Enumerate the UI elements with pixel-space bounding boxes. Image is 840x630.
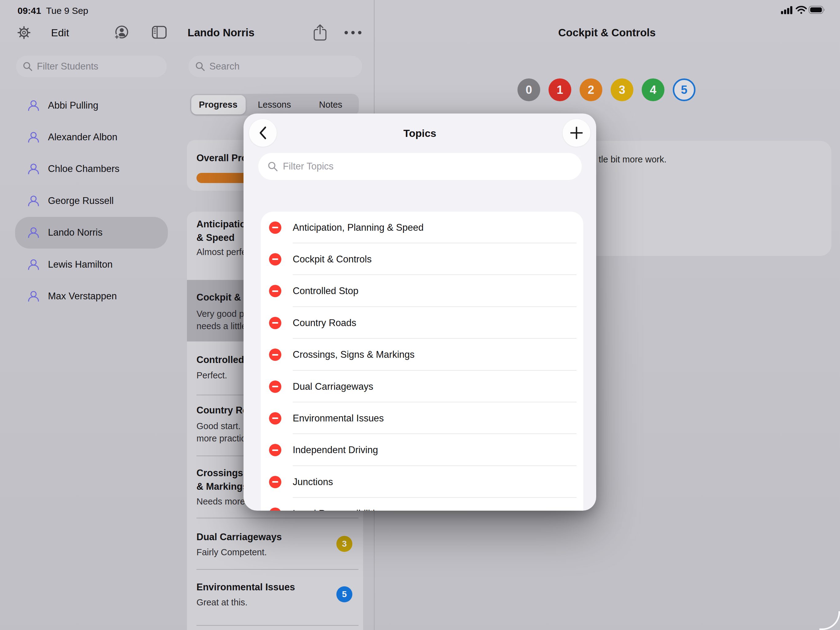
modal-topic-row[interactable]: Crossings, Signs & Markings: [261, 339, 583, 371]
score-picker: 012345: [518, 78, 695, 101]
student-name: Lewis Hamilton: [48, 259, 112, 270]
modal-topic-row[interactable]: Independent Driving: [261, 434, 583, 466]
score-button-4[interactable]: 4: [642, 78, 665, 101]
modal-topic-label: Cockpit & Controls: [293, 254, 372, 265]
modal-topic-row[interactable]: Cockpit & Controls: [261, 243, 583, 275]
person-icon: [27, 99, 40, 112]
topic-cell[interactable]: [187, 574, 363, 578]
list-divider: [196, 518, 358, 518]
person-icon: [27, 258, 40, 271]
remove-topic-button[interactable]: [269, 348, 281, 361]
search-icon: [267, 161, 278, 172]
modal-topic-row[interactable]: Junctions: [261, 466, 583, 498]
status-date: Tue 9 Sep: [46, 6, 88, 16]
minus-icon: [272, 227, 278, 228]
remove-topic-button[interactable]: [269, 285, 281, 297]
edit-button[interactable]: Edit: [51, 27, 69, 39]
student-row[interactable]: Lewis Hamilton: [15, 249, 168, 280]
person-icon: [27, 130, 40, 144]
modal-topic-row[interactable]: Controlled Stop: [261, 275, 583, 307]
remove-topic-button[interactable]: [269, 253, 281, 266]
modal-title: Topics: [243, 127, 596, 139]
add-topic-button[interactable]: [563, 119, 591, 147]
score-button-1[interactable]: 1: [548, 78, 571, 101]
minus-icon: [272, 481, 278, 483]
student-name: Chloe Chambers: [48, 163, 120, 174]
score-button-3[interactable]: 3: [611, 78, 633, 101]
student-search-placeholder: Search: [209, 61, 240, 72]
topic-cell-note: Fairly Competent.: [196, 546, 267, 558]
modal-topic-label: Controlled Stop: [293, 285, 358, 296]
minus-icon: [272, 450, 278, 451]
add-student-icon[interactable]: [113, 25, 129, 41]
student-search-input[interactable]: Search: [188, 56, 362, 77]
tab-progress[interactable]: Progress: [190, 94, 246, 116]
modal-topic-label: Legal Responsibilities: [293, 508, 385, 511]
topic-note-text: tle bit more work.: [598, 154, 666, 165]
modal-topic-label: Environmental Issues: [293, 413, 384, 424]
share-icon[interactable]: [313, 24, 327, 41]
filter-students-input[interactable]: Filter Students: [16, 56, 167, 77]
sidebar-toggle-icon[interactable]: [152, 26, 167, 40]
minus-icon: [272, 418, 278, 419]
filter-topics-input[interactable]: Filter Topics: [258, 153, 582, 180]
modal-topic-row[interactable]: Anticipation, Planning & Speed: [261, 212, 583, 243]
modal-topic-row[interactable]: Dual Carriageways: [261, 371, 583, 402]
student-row[interactable]: Lando Norris: [15, 217, 168, 249]
student-title: Lando Norris: [188, 27, 254, 39]
modal-topic-label: Country Roads: [293, 317, 356, 329]
more-ellipsis-icon[interactable]: [344, 30, 362, 35]
settings-gear-icon[interactable]: [17, 25, 32, 40]
remove-topic-button[interactable]: [269, 412, 281, 424]
remove-topic-button[interactable]: [269, 444, 281, 456]
minus-icon: [272, 322, 278, 324]
remove-topic-button[interactable]: [269, 508, 281, 511]
modal-topic-label: Anticipation, Planning & Speed: [293, 222, 424, 233]
student-row[interactable]: George Russell: [15, 185, 168, 217]
cellular-icon: [781, 6, 793, 14]
modal-topic-row[interactable]: Country Roads: [261, 307, 583, 339]
person-icon: [27, 162, 40, 176]
person-icon: [27, 290, 40, 303]
screen-corner-arc: [819, 611, 840, 630]
topics-modal: Topics Filter Topics Anticipation, Plann…: [243, 114, 596, 511]
minus-icon: [272, 386, 278, 387]
minus-icon: [272, 258, 278, 260]
modal-topic-label: Crossings, Signs & Markings: [293, 349, 414, 360]
modal-topic-row[interactable]: Environmental Issues: [261, 402, 583, 434]
topic-detail-title: Cockpit & Controls: [374, 27, 840, 39]
list-divider: [196, 569, 358, 570]
plus-icon: [570, 127, 583, 139]
student-row[interactable]: Alexander Albon: [15, 121, 168, 153]
student-list: Abbi PullingAlexander AlbonChloe Chamber…: [0, 90, 188, 317]
topic-cell-note: Perfect.: [196, 369, 227, 381]
student-name: George Russell: [48, 195, 114, 206]
score-button-2[interactable]: 2: [579, 78, 602, 101]
list-divider: [196, 625, 358, 626]
topics-list-card: Anticipation, Planning & SpeedCockpit & …: [261, 212, 583, 511]
tab-lessons[interactable]: Lessons: [246, 94, 303, 116]
person-icon: [27, 226, 40, 239]
student-row[interactable]: Chloe Chambers: [15, 153, 168, 185]
student-name: Max Verstappen: [48, 291, 117, 302]
topic-cell-title: Dual Carriageways: [196, 530, 282, 544]
topic-score-badge[interactable]: 5: [336, 586, 352, 602]
remove-topic-button[interactable]: [269, 380, 281, 393]
filter-topics-placeholder: Filter Topics: [283, 161, 333, 172]
student-row[interactable]: Abbi Pulling: [15, 90, 168, 121]
student-row[interactable]: Max Verstappen: [15, 280, 168, 312]
modal-topic-row[interactable]: Legal Responsibilities: [261, 498, 583, 511]
topic-cell-note: Great at this.: [196, 596, 248, 608]
filter-students-placeholder: Filter Students: [37, 61, 98, 72]
search-icon: [23, 62, 33, 71]
topic-score-badge[interactable]: 3: [336, 536, 352, 552]
remove-topic-button[interactable]: [269, 476, 281, 488]
tab-notes[interactable]: Notes: [303, 94, 359, 116]
score-button-5[interactable]: 5: [673, 78, 695, 101]
remove-topic-button[interactable]: [269, 317, 281, 329]
remove-topic-button[interactable]: [269, 222, 281, 234]
topic-cell[interactable]: [187, 524, 363, 527]
status-time-date: 09:41Tue 9 Sep: [17, 6, 88, 16]
modal-topic-label: Independent Driving: [293, 445, 378, 456]
score-button-0[interactable]: 0: [518, 78, 540, 101]
